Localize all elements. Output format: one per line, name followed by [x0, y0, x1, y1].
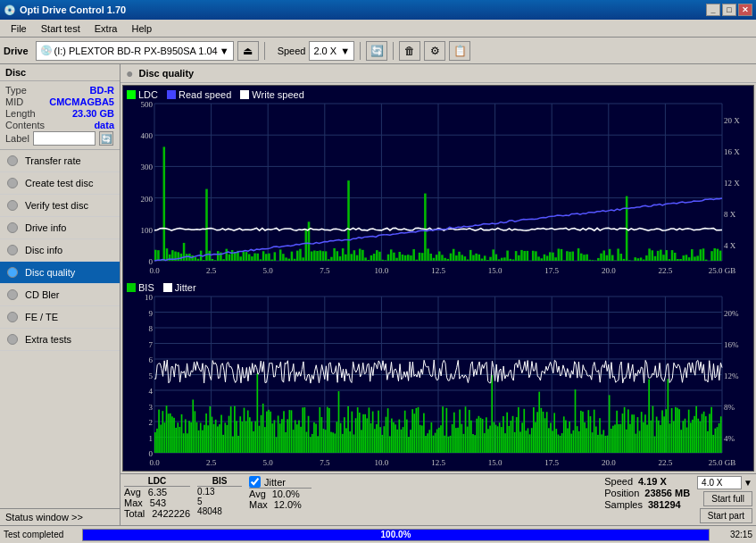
content-area: ● Disc quality LDC Read speed [120, 64, 756, 525]
nav-label-disc-info: Disc info [25, 245, 62, 255]
legend-top: LDC Read speed Write speed [127, 89, 304, 100]
samples-label: Samples [604, 499, 643, 510]
info-button[interactable]: 📋 [449, 41, 470, 61]
jitter-header-label: Jitter [264, 477, 286, 488]
drive-select[interactable]: 💿 (I:) PLEXTOR BD-R PX-B950SA 1.04 ▼ [36, 41, 234, 61]
sidebar-item-transfer-rate[interactable]: Transfer rate [0, 150, 120, 172]
speed-dropdown-icon: ▼ [340, 46, 350, 56]
menu-extra[interactable]: Extra [87, 21, 125, 36]
sidebar-item-disc-quality[interactable]: Disc quality [0, 262, 120, 284]
ldc-max-value: 543 [150, 497, 166, 508]
ldc-total-value: 2422226 [152, 508, 190, 519]
menu-start-test[interactable]: Start test [34, 21, 87, 36]
nav-label-fe-te: FE / TE [25, 312, 58, 322]
legend-write-speed: Write speed [240, 89, 304, 100]
disc-label-label: Label [5, 133, 29, 144]
speed-select[interactable]: 2.0 X ▼ [309, 41, 354, 61]
progress-label: 100.0% [83, 530, 709, 540]
ldc-avg-value: 6.35 [148, 487, 167, 497]
jitter-avg-value: 10.0% [272, 489, 300, 499]
jitter-header-row: Jitter [249, 476, 312, 489]
disc-label-refresh-button[interactable]: 🔄 [99, 131, 113, 146]
title-bar-left: 💿 Opti Drive Control 1.70 [4, 4, 126, 16]
title-bar: 💿 Opti Drive Control 1.70 _ □ ✕ [0, 0, 756, 20]
nav-label-create-test-disc: Create test disc [25, 178, 93, 188]
sidebar-item-verify-test-disc[interactable]: Verify test disc [0, 195, 120, 217]
menu-file[interactable]: File [4, 21, 34, 36]
legend-bis: BIS [127, 282, 154, 293]
position-label: Position [604, 488, 639, 498]
sidebar-item-fe-te[interactable]: FE / TE [0, 306, 120, 329]
charts-area: LDC Read speed Write speed [122, 85, 754, 472]
speed-value: 2.0 X [313, 46, 336, 56]
chart-bottom: BIS Jitter [123, 279, 753, 471]
legend-ldc-dot [127, 90, 136, 99]
legend-jitter-dot [163, 283, 172, 292]
jitter-avg-label: Avg [249, 489, 266, 499]
bis-header: BIS [197, 476, 242, 487]
position-row: Position 23856 MB [604, 488, 690, 498]
sidebar-item-disc-info[interactable]: Disc info [0, 239, 120, 262]
start-part-button[interactable]: Start part [700, 508, 752, 523]
disc-quality-title: Disc quality [138, 68, 194, 79]
settings-button[interactable]: ⚙ [424, 41, 445, 61]
length-label: Length [5, 108, 36, 119]
drive-eject-button[interactable]: ⏏ [237, 41, 259, 61]
speed-label: Speed [278, 46, 306, 56]
legend-bis-label: BIS [138, 282, 154, 293]
sidebar-item-create-test-disc[interactable]: Create test disc [0, 172, 120, 195]
legend-bottom: BIS Jitter [127, 282, 196, 293]
samples-value: 381294 [648, 499, 681, 510]
nav-label-drive-info: Drive info [25, 222, 66, 233]
jitter-max-value: 12.0% [274, 499, 302, 510]
ldc-max-label: Max [124, 497, 143, 508]
maximize-button[interactable]: □ [722, 4, 736, 16]
disc-quality-header: ● Disc quality [120, 64, 756, 83]
start-full-button[interactable]: Start full [703, 491, 752, 506]
minimize-button[interactable]: _ [706, 4, 720, 16]
ldc-avg-row: Avg 6.35 [124, 487, 190, 497]
jitter-stats: Jitter Avg 10.0% Max 12.0% [249, 476, 312, 523]
speed-row: Speed 4.19 X [604, 476, 690, 487]
ldc-max-row: Max 543 [124, 497, 190, 508]
erase-button[interactable]: 🗑 [399, 41, 420, 61]
menu-bar: File Start test Extra Help [0, 20, 756, 38]
nav-label-extra-tests: Extra tests [25, 334, 71, 345]
close-button[interactable]: ✕ [738, 4, 752, 16]
type-label: Type [5, 85, 27, 96]
disc-info-panel: Type BD-R MID CMCMAGBA5 Length 23.30 GB … [0, 81, 120, 150]
legend-write-speed-label: Write speed [252, 89, 304, 100]
jitter-checkbox[interactable] [249, 476, 261, 488]
speed-info: Speed 4.19 X Position 23856 MB Samples 3… [604, 476, 690, 523]
sidebar-item-cd-bler[interactable]: CD Bler [0, 284, 120, 306]
menu-help[interactable]: Help [124, 21, 159, 36]
status-text: Test completed [4, 530, 75, 539]
nav-label-transfer-rate: Transfer rate [25, 155, 81, 166]
contents-label: Contents [5, 120, 45, 130]
speed-select-display[interactable]: 4.0 X [697, 476, 742, 489]
toolbar-separator-2 [360, 42, 361, 60]
refresh-button[interactable]: 🔄 [366, 41, 387, 61]
type-value: BD-R [90, 85, 115, 96]
sidebar-item-extra-tests[interactable]: Extra tests [0, 329, 120, 351]
sidebar: Disc Type BD-R MID CMCMAGBA5 Length 23.3… [0, 64, 120, 525]
legend-read-speed-dot [167, 90, 176, 99]
legend-jitter: Jitter [163, 282, 196, 293]
ldc-stats: LDC Avg 6.35 Max 543 Total 2422226 [124, 476, 190, 523]
ldc-header: LDC [124, 476, 190, 487]
title-bar-controls: _ □ ✕ [706, 4, 752, 16]
bis-stats: BIS 0.13 5 48048 [197, 476, 242, 523]
jitter-avg-row: Avg 10.0% [249, 489, 312, 499]
disc-label-input[interactable] [33, 131, 96, 146]
status-window-button[interactable]: Status window >> [0, 508, 120, 525]
bis-max-value: 5 [197, 497, 242, 506]
speed-select-row: 4.0 X ▼ [697, 476, 752, 489]
speed-label: Speed [604, 476, 633, 487]
toolbar-separator-3 [393, 42, 394, 60]
length-value: 23.30 GB [72, 108, 114, 119]
speed-select-dropdown-icon[interactable]: ▼ [744, 478, 752, 488]
time-text: 32:15 [717, 530, 752, 539]
ldc-total-label: Total [124, 508, 145, 519]
toolbar-separator-1 [264, 42, 265, 60]
sidebar-item-drive-info[interactable]: Drive info [0, 217, 120, 239]
